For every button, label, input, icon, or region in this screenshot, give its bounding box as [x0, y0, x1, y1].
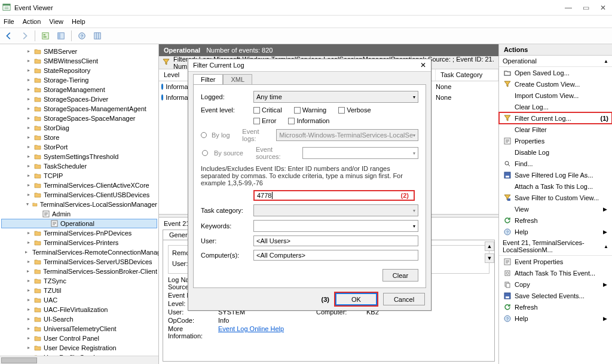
preview-pane-button[interactable]	[54, 29, 68, 42]
event-id-input[interactable]: 4778(2)	[253, 190, 415, 201]
action-item[interactable]: Refresh	[499, 215, 612, 226]
tree-item[interactable]: ▸TCPIP	[1, 171, 157, 181]
help-button[interactable]: ?	[75, 29, 88, 42]
action-item[interactable]: Find...	[499, 158, 612, 169]
action-item[interactable]: Attach a Task To this Log...	[499, 181, 612, 192]
cancel-button[interactable]: Cancel	[383, 293, 425, 305]
tree-item[interactable]: ▸TerminalServices-ClientUSBDevices	[1, 190, 157, 200]
level-critical-checkbox[interactable]: Critical	[253, 106, 282, 114]
logged-combobox[interactable]: Any time▾	[253, 91, 418, 103]
tree-item[interactable]: ▸StorageManagement	[1, 85, 157, 94]
action-item[interactable]: Filter Current Log...(1)	[499, 112, 612, 124]
action-item[interactable]: View▶	[499, 203, 612, 215]
tree-item[interactable]: ▸UAC	[1, 295, 157, 305]
tree-item[interactable]: ▸StateRepository	[1, 66, 157, 75]
level-verbose-checkbox[interactable]: Verbose	[338, 106, 371, 114]
computers-input[interactable]: <All Computers>	[253, 250, 418, 261]
tree-item[interactable]: ▸StorageSpaces-Driver	[1, 94, 157, 104]
level-error-checkbox[interactable]: Error	[253, 117, 276, 124]
menu-view[interactable]: View	[49, 18, 63, 25]
tree-item[interactable]: ▾TerminalServices-LocalSessionManager	[1, 200, 157, 209]
action-item[interactable]: Event Properties	[499, 256, 612, 267]
svg-rect-1	[3, 4, 10, 5]
tree-item[interactable]: ▸TerminalServices-RemoteConnectionManage…	[1, 247, 157, 257]
action-item[interactable]: Refresh	[499, 301, 612, 313]
menu-action[interactable]: Action	[23, 18, 41, 25]
action-item[interactable]: Import Custom View...	[499, 90, 612, 101]
bysource-radio: By source	[214, 149, 251, 157]
tree-item[interactable]: ▸Storage-Tiering	[1, 75, 157, 85]
action-item[interactable]: ?Help▶	[499, 313, 612, 324]
level-information-checkbox[interactable]: Information	[288, 117, 329, 124]
close-icon[interactable]: ✕	[600, 4, 606, 12]
tree-item[interactable]: ▸TaskScheduler	[1, 161, 157, 171]
svg-text:?: ?	[506, 317, 509, 321]
tree-item[interactable]: ▸TerminalServices-ServerUSBDevices	[1, 257, 157, 267]
svg-rect-3	[44, 34, 46, 35]
maximize-icon[interactable]: ▭	[583, 4, 589, 12]
dialog-tab-xml[interactable]: XML	[223, 74, 252, 84]
tree-item[interactable]: ▸StorageSpaces-ManagementAgent	[1, 104, 157, 114]
clear-button[interactable]: Clear	[382, 269, 418, 282]
action-item[interactable]: Save Filter to Custom View...	[499, 192, 612, 203]
details-scroll[interactable]: ▲▼	[485, 241, 494, 263]
tree-item[interactable]: ▸Store	[1, 133, 157, 142]
action-item[interactable]: Disable Log	[499, 146, 612, 158]
tree-item[interactable]: ▸User Control Panel	[1, 334, 157, 343]
tree-item[interactable]: ▸User Device Registration	[1, 343, 157, 353]
tree-item[interactable]: ▸StorPort	[1, 142, 157, 152]
online-help-link[interactable]: Event Log Online Help	[218, 325, 314, 339]
svg-text:?: ?	[81, 34, 83, 38]
action-item[interactable]: Attach Task To This Event...	[499, 267, 612, 279]
actions-group-operational[interactable]: Operational▲	[499, 56, 612, 67]
action-item[interactable]: Save Selected Events...	[499, 290, 612, 301]
svg-rect-6	[58, 33, 60, 39]
action-item[interactable]: Create Custom View...	[499, 78, 612, 90]
horizontal-scrollbar[interactable]	[0, 356, 158, 364]
forward-button[interactable]	[18, 29, 31, 42]
tree-item[interactable]: ▸TZSync	[1, 276, 157, 286]
event-logs-combobox: Microsoft-Windows-TerminalServices-Local…	[276, 129, 418, 141]
tree-item[interactable]: ▸SystemSettingsThreshold	[1, 152, 157, 161]
tree-item[interactable]: ▸SMBWitnessClient	[1, 56, 157, 66]
tree-item[interactable]: ▸StorageSpaces-SpaceManager	[1, 114, 157, 123]
tree-item[interactable]: Operational	[1, 219, 157, 228]
action-item[interactable]: ?Help▶	[499, 226, 612, 237]
show-tree-button[interactable]	[39, 29, 52, 42]
ok-button[interactable]: OK	[335, 293, 377, 305]
action-item[interactable]: Open Saved Log...	[499, 67, 612, 78]
navigation-tree[interactable]: ▸SMBServer▸SMBWitnessClient▸StateReposit…	[0, 44, 159, 364]
tree-item[interactable]: ▸StorDiag	[1, 123, 157, 133]
tree-item[interactable]: ▸SMBServer	[1, 47, 157, 56]
action-item[interactable]: Clear Filter	[499, 124, 612, 135]
user-input[interactable]: <All Users>	[253, 235, 418, 246]
tree-item[interactable]: ▸UI-Search	[1, 314, 157, 324]
event-sources-combobox[interactable]: ▾	[302, 147, 418, 159]
tree-item[interactable]: ▸TerminalServices-Printers	[1, 238, 157, 247]
log-header: Operational Number of events: 820	[159, 44, 498, 56]
svg-rect-23	[506, 283, 510, 287]
menu-file[interactable]: File	[4, 18, 14, 25]
tree-item[interactable]: ▸UAC-FileVirtualization	[1, 305, 157, 314]
task-category-combobox: ▾	[253, 204, 418, 216]
action-item[interactable]: Clear Log...	[499, 101, 612, 112]
actions-group-event[interactable]: Event 21, TerminalServices-LocalSessionM…	[499, 237, 612, 256]
level-warning-checkbox[interactable]: Warning	[294, 106, 327, 114]
tree-item[interactable]: Admin	[1, 209, 157, 219]
tree-item[interactable]: ▸TZUtil	[1, 286, 157, 295]
minimize-icon[interactable]: —	[565, 4, 572, 12]
tree-item[interactable]: ▸UniversalTelemetryClient	[1, 324, 157, 334]
menu-help[interactable]: Help	[72, 18, 85, 25]
tree-item[interactable]: ▸TerminalServices-ClientActiveXCore	[1, 181, 157, 190]
action-item[interactable]: Properties	[499, 135, 612, 146]
back-button[interactable]	[2, 29, 16, 42]
actions-header: Actions	[499, 44, 612, 56]
action-item[interactable]: Copy▶	[499, 279, 612, 290]
tree-item[interactable]: ▸TerminalServices-PnPDevices	[1, 228, 157, 238]
columns-button[interactable]	[91, 29, 104, 42]
action-item[interactable]: Save Filtered Log File As...	[499, 169, 612, 181]
dialog-tab-filter[interactable]: Filter	[193, 74, 223, 84]
keywords-combobox[interactable]: ▾	[253, 220, 418, 232]
tree-item[interactable]: ▸TerminalServices-SessionBroker-Client	[1, 267, 157, 276]
dialog-close-icon[interactable]: ✕	[420, 61, 426, 69]
